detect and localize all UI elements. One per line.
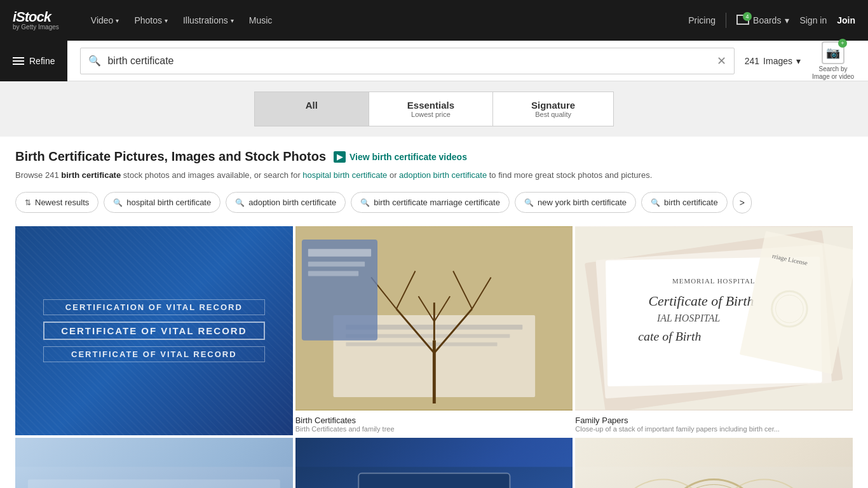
pricing-link[interactable]: Pricing [688,15,715,25]
image-card-5[interactable]: ☾ PASSPORT PORT [295,438,573,489]
svg-rect-43 [575,466,853,488]
main-nav: Video ▾ Photos ▾ Illustrations ▾ Music [85,10,669,30]
image-thumbnail-2 [295,226,573,410]
svg-rect-17 [308,261,365,266]
image-thumbnail-6 [575,438,853,489]
svg-text:MEMORIAL HOSPITAL: MEMORIAL HOSPITAL [672,277,755,285]
adoption-link[interactable]: adoption birth certificate [399,170,487,180]
boards-badge: 4 [743,12,752,21]
camera-icon: 📷 + [822,41,844,64]
image-card-2[interactable]: Birth Certificates Birth Certificates an… [295,226,573,435]
chevron-down-icon: ▾ [785,15,789,25]
chevron-down-icon: ▾ [796,56,801,66]
results-type-dropdown[interactable]: 241 Images ▾ [745,56,801,66]
video-camera-icon: ▶ [334,151,346,163]
tree-svg [295,226,573,410]
search-bar: Refine 🔍 ✕ 241 Images ▾ 📷 + Search by Im… [0,41,868,81]
search-by-image-button[interactable]: 📷 + Search by Image or video [811,41,855,81]
page-title: Birth Certificate Pictures, Images and S… [15,149,326,164]
search-input[interactable] [107,55,710,67]
tab-essentials[interactable]: Essentials Lowest price [369,92,493,126]
nav-music[interactable]: Music [243,10,279,30]
collection-tabs: All Essentials Lowest price Signature Be… [0,81,868,137]
svg-rect-38 [358,473,510,488]
site-header: iStock by Getty Images Video ▾ Photos ▾ … [0,0,868,41]
adoption-chip[interactable]: 🔍 adoption birth certificate [226,192,346,213]
search-input-wrap: 🔍 ✕ [80,48,734,74]
filter-chips: ⇅ Newest results 🔍 hospital birth certif… [15,192,853,214]
more-chips-button[interactable]: > [733,192,752,214]
tab-signature[interactable]: Signature Best quality [493,92,613,126]
boards-button[interactable]: 4 Boards ▾ [736,15,789,27]
svg-rect-32 [28,479,280,488]
tab-all[interactable]: All [255,92,369,126]
search-icon: 🔍 [524,198,534,207]
hospital-link[interactable]: hospital birth certificate [302,170,387,180]
image-card-3[interactable]: MEMORIAL HOSPITAL Certificate of Birth I… [575,226,853,435]
join-button[interactable]: Join [837,15,855,25]
search-icon: 🔍 [235,198,245,207]
birth-certificate-chip[interactable]: 🔍 birth certificate [641,192,728,213]
image-caption-2: Birth Certificates Birth Certificates an… [295,410,573,435]
bottom-mid-svg: ☾ PASSPORT PORT [295,438,573,489]
page-description: Browse 241 birth certificate stock photo… [15,169,853,182]
chevron-down-icon: ▾ [165,17,168,24]
svg-text:Certificate of Birth: Certificate of Birth [649,294,754,309]
image-grid: CERTIFICATION OF VITAL RECORD CERTIFICAT… [15,226,853,489]
hospital-chip[interactable]: 🔍 hospital birth certificate [104,192,220,213]
sort-icon: ⇅ [25,198,31,207]
svg-rect-18 [308,271,358,276]
bottom-right-svg [575,438,853,489]
image-thumbnail-5: ☾ PASSPORT PORT [295,438,573,489]
bottom-left-svg [15,438,293,489]
search-icon: 🔍 [88,55,101,67]
logo[interactable]: iStock by Getty Images [13,10,59,30]
image-card-6[interactable] [575,438,853,489]
logo-main-text: iStock [13,10,59,24]
image-caption-3: Family Papers Close-up of a stack of imp… [575,410,853,435]
svg-text:IAL HOSPITAL: IAL HOSPITAL [656,312,721,323]
chevron-down-icon: ▾ [231,17,234,24]
sign-in-link[interactable]: Sign in [799,15,827,25]
logo-sub-text: by Getty Images [13,24,59,30]
search-icon: 🔍 [360,198,370,207]
marriage-chip[interactable]: 🔍 birth certificate marriage certificate [351,192,510,213]
image-card-4[interactable] [15,438,293,489]
filter-icon [13,57,24,65]
nav-photos[interactable]: Photos ▾ [128,10,174,30]
boards-icon: 4 [736,15,749,25]
image-thumbnail-3: MEMORIAL HOSPITAL Certificate of Birth I… [575,226,853,410]
newest-results-chip[interactable]: ⇅ Newest results [15,192,98,213]
video-link[interactable]: ▶ View birth certificate videos [334,151,467,163]
search-icon: 🔍 [651,198,660,207]
search-icon: 🔍 [113,198,123,207]
svg-text:cate of Birth: cate of Birth [639,329,702,342]
svg-rect-4 [346,342,497,346]
nav-video[interactable]: Video ▾ [85,10,126,30]
tabs-container: All Essentials Lowest price Signature Be… [254,92,614,126]
refine-button[interactable]: Refine [0,41,67,81]
image-card-1[interactable]: CERTIFICATION OF VITAL RECORD CERTIFICAT… [15,226,293,435]
chevron-down-icon: ▾ [116,17,119,24]
image-thumbnail-1: CERTIFICATION OF VITAL RECORD CERTIFICAT… [15,226,293,435]
page-title-row: Birth Certificate Pictures, Images and S… [15,149,853,164]
nav-illustrations[interactable]: Illustrations ▾ [177,10,240,30]
family-papers-svg: MEMORIAL HOSPITAL Certificate of Birth I… [575,226,853,410]
main-content: Birth Certificate Pictures, Images and S… [0,137,868,488]
image-thumbnail-4 [15,438,293,489]
header-divider [726,13,726,28]
header-right: Pricing 4 Boards ▾ Sign in Join [688,13,855,28]
svg-rect-16 [308,248,371,256]
newyork-chip[interactable]: 🔍 new york birth certificate [515,192,636,213]
clear-icon[interactable]: ✕ [717,54,726,68]
